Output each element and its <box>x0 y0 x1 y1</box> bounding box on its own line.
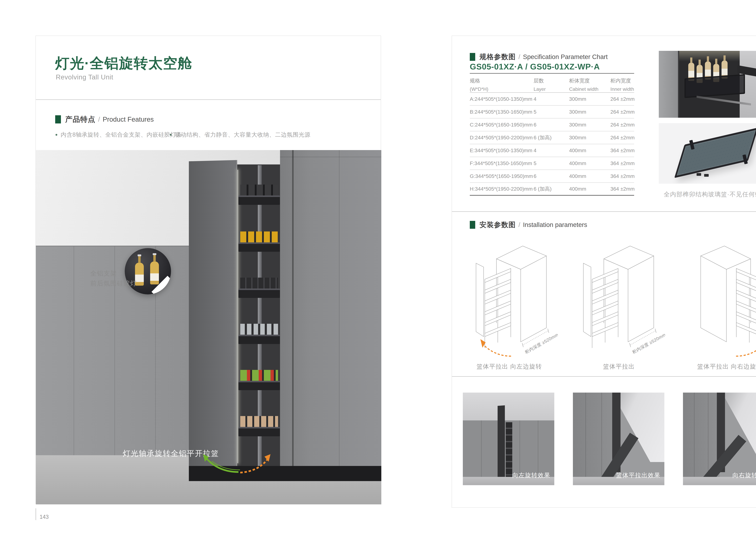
table-row: B:244*505*(1350-1650)mm5 300mm264 ±2mm <box>470 106 634 118</box>
bullet-dot-icon <box>170 134 172 136</box>
model-underline <box>470 73 634 74</box>
effect-photo-label: 向左旋转效果 <box>512 471 551 480</box>
photo-caption: 全内部榫卯结构玻璃篮·不见任何螺丝 <box>659 190 756 198</box>
page-number-left: 143 <box>40 514 49 520</box>
feature-bullet-1: 内含8轴承旋转、全铝合金支架、内嵌硅胶灯条 <box>55 131 182 139</box>
callout-line-1: 全铝支架 <box>90 268 137 278</box>
effect-photo-rotate-right: 向右旋转效果 <box>683 392 756 485</box>
green-square-icon <box>55 115 61 123</box>
model-numbers: GS05-01XZ·A / GS05-01XZ-WP·A <box>470 62 600 71</box>
page-subtitle: Revolving Tall Unit <box>56 73 113 81</box>
install-heading-en: Installation parameters <box>523 221 587 228</box>
diagram-label-1: 篮体平拉出 向左边旋转 <box>476 362 542 371</box>
install-diagram-rotate-right <box>689 233 756 361</box>
table-row: E:344*505*(1050-1350)mm4 400mm364 ±2mm <box>470 144 634 157</box>
right-page: 规格参数图 / Specification Parameter Chart GS… <box>452 36 756 508</box>
effect-photo-rotate-left: 向左旋转效果 <box>463 392 554 485</box>
effect-photo-pull-out: 篮体平拉出效果 <box>573 392 664 485</box>
glass-basket-photo <box>659 123 756 184</box>
feature-bullet-2-text: 联动结构、省力静音、大容量大收纳、二边氛围光源 <box>175 131 310 139</box>
install-diagram-rotate-left: 柜内深度 ≥520mm <box>473 233 558 361</box>
open-cabinet-door <box>189 160 237 475</box>
bullet-dot-icon <box>55 134 57 136</box>
basket-in-cabinet-photo <box>659 51 756 118</box>
feature-bullet-1-text: 内含8轴承旋转、全铝合金支架、内嵌硅胶灯条 <box>61 131 182 139</box>
install-heading-cn: 安装参数图 <box>480 220 516 229</box>
install-heading: 安装参数图 / Installation parameters <box>470 220 587 229</box>
heading-slash: / <box>519 53 520 60</box>
page-number-tick <box>36 508 36 520</box>
features-heading: 产品特点 / Product Features <box>55 115 154 124</box>
spec-heading: 规格参数图 / Specification Parameter Chart <box>470 52 608 62</box>
table-row: G:344*505*(1650-1950)mm6 400mm364 ±2mm <box>470 170 634 183</box>
table-row: D:244*505*(1950-2200)mm6 (加高) 300mm264 ±… <box>470 131 634 144</box>
hero-product-photo: 全铝支架 前后氛围硅胶灯 灯光轴承旋转全铝平开拉篮 <box>36 150 381 504</box>
feature-bullet-2: 联动结构、省力静音、大容量大收纳、二边氛围光源 <box>170 131 310 139</box>
rotation-arrows-icon <box>193 452 278 478</box>
green-square-icon <box>470 221 475 229</box>
catalog-spread: 灯光·全铝旋转太空舱 Revolving Tall Unit 产品特点 / Pr… <box>0 0 756 536</box>
heading-slash: / <box>98 116 100 123</box>
table-row: C:244*505*(1650-1950)mm6 300mm264 ±2mm <box>470 118 634 131</box>
page-title: 灯光·全铝旋转太空舱 <box>55 54 192 73</box>
effect-photo-label: 篮体平拉出效果 <box>616 471 660 480</box>
callout-line-2: 前后氛围硅胶灯 <box>90 278 137 288</box>
diagram-label-3: 篮体平拉出 向右边旋转 <box>697 362 756 371</box>
table-row: H:344*505*(1950-2200)mm6 (加高) 400mm364 ±… <box>470 183 634 196</box>
features-heading-en: Product Features <box>103 116 154 123</box>
section-divider <box>452 211 756 212</box>
led-light-strip <box>237 170 238 463</box>
green-square-icon <box>470 53 475 61</box>
right-cabinet <box>280 150 381 466</box>
effect-photo-label: 向右旋转效果 <box>732 471 756 480</box>
diagram-label-2: 篮体平拉出 <box>603 362 635 371</box>
spec-heading-en: Specification Parameter Chart <box>523 53 608 60</box>
section-divider <box>452 376 756 377</box>
title-divider <box>36 99 381 100</box>
spec-heading-cn: 规格参数图 <box>480 52 516 62</box>
spec-table-header: 规格(W*D*H) 层数Layer 柜体宽度Cabinet width 柜内宽度… <box>470 76 634 93</box>
left-page: 灯光·全铝旋转太空舱 Revolving Tall Unit 产品特点 / Pr… <box>36 36 381 504</box>
callout-text: 全铝支架 前后氛围硅胶灯 <box>90 268 137 288</box>
table-row: F:344*505*(1350-1650)mm5 400mm364 ±2mm <box>470 157 634 170</box>
table-row: A:244*505*(1050-1350)mm4 300mm264 ±2mm <box>470 93 634 106</box>
heading-slash: / <box>519 221 520 228</box>
spec-table: 规格(W*D*H) 层数Layer 柜体宽度Cabinet width 柜内宽度… <box>470 76 634 196</box>
install-diagram-pull-out: 柜内深度 ≥520mm <box>581 233 665 361</box>
features-heading-cn: 产品特点 <box>65 115 95 124</box>
